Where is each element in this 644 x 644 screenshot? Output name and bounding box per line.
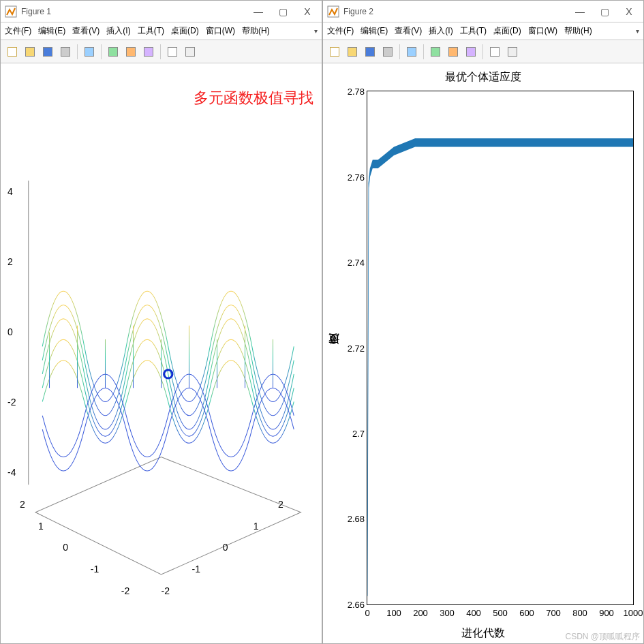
maximize-button[interactable]: ▢	[594, 5, 615, 18]
plot-frame: 2.66 2.68 2.7 2.72 2.74 2.76 2.78 0 100 …	[367, 91, 634, 605]
mesh-svg	[7, 84, 315, 623]
minimize-button[interactable]: —	[248, 5, 269, 18]
x-tick: 800	[572, 608, 587, 618]
x-tick: 2	[278, 499, 283, 510]
x-tick: 0	[223, 542, 228, 553]
y-tick: 2.78	[337, 87, 365, 97]
menu-tools[interactable]: 工具(T)	[460, 25, 487, 37]
zoomout-icon[interactable]	[123, 44, 138, 59]
y-tick: 2.7	[337, 429, 365, 439]
x-tick: 0	[365, 608, 369, 618]
menubar: 文件(F) 编辑(E) 查看(V) 插入(I) 工具(T) 桌面(D) 窗口(W…	[1, 22, 322, 40]
zoomin-icon[interactable]	[428, 44, 443, 59]
y-tick: 2	[20, 499, 25, 510]
menu-insert[interactable]: 插入(I)	[106, 25, 130, 37]
y-tick: -1	[91, 564, 99, 574]
close-button[interactable]: X	[619, 5, 639, 18]
chart-title: 最优个体适应度	[445, 70, 521, 85]
print-icon[interactable]	[58, 44, 73, 59]
toolbar-separator	[399, 44, 400, 59]
line-series	[367, 91, 633, 604]
minimize-button[interactable]: —	[570, 5, 590, 18]
menu-desktop[interactable]: 桌面(D)	[493, 25, 521, 37]
pointer-icon[interactable]	[487, 44, 502, 59]
surface-plot: 4 2 0 -2 -4	[7, 84, 315, 623]
save-icon[interactable]	[363, 44, 378, 59]
x-tick: 100	[386, 608, 401, 618]
rotate-icon[interactable]	[463, 44, 478, 59]
menu-tools[interactable]: 工具(T)	[138, 25, 164, 37]
toolbar-separator	[101, 44, 102, 59]
y-tick: 2.72	[337, 343, 365, 353]
x-tick: 900	[599, 608, 614, 618]
figure-window-1: Figure 1 — ▢ X 文件(F) 编辑(E) 查看(V) 插入(I) 工…	[0, 0, 322, 644]
open-icon[interactable]	[22, 44, 37, 59]
titlebar[interactable]: Figure 2 — ▢ X	[323, 1, 643, 22]
pointer-icon[interactable]	[165, 44, 180, 59]
new-figure-icon[interactable]	[5, 44, 20, 59]
toolbar-separator	[482, 44, 483, 59]
inspect-icon[interactable]	[183, 44, 198, 59]
menu-overflow-icon[interactable]: ▾	[314, 27, 318, 35]
window-title: Figure 1	[21, 7, 51, 16]
inspect-icon[interactable]	[505, 44, 520, 59]
menu-view[interactable]: 查看(V)	[395, 25, 422, 37]
matlab-figure-icon	[327, 5, 339, 18]
new-figure-icon[interactable]	[327, 44, 342, 59]
z-tick: 4	[7, 186, 13, 197]
save-icon[interactable]	[40, 44, 55, 59]
y-tick: -2	[121, 585, 129, 596]
menu-edit[interactable]: 编辑(E)	[361, 25, 388, 37]
x-tick: 300	[440, 608, 455, 618]
menu-edit[interactable]: 编辑(E)	[38, 25, 65, 37]
menu-file[interactable]: 文件(F)	[327, 25, 354, 37]
axes-2d[interactable]: 最优个体适应度 进化代数 适应度 2.66 2.68 2.7 2.72 2.74…	[323, 63, 643, 643]
menu-window[interactable]: 窗口(W)	[528, 25, 557, 37]
z-tick: -2	[7, 397, 16, 408]
menu-view[interactable]: 查看(V)	[72, 25, 99, 37]
rotate-icon[interactable]	[141, 44, 156, 59]
zoomout-icon[interactable]	[446, 44, 461, 59]
menubar: 文件(F) 编辑(E) 查看(V) 插入(I) 工具(T) 桌面(D) 窗口(W…	[323, 22, 643, 40]
x-tick: 1	[254, 521, 259, 532]
x-label: 进化代数	[461, 626, 505, 641]
titlebar[interactable]: Figure 1 — ▢ X	[1, 1, 322, 22]
x-tick: 400	[466, 608, 481, 618]
zoomin-icon[interactable]	[106, 44, 121, 59]
print-icon[interactable]	[380, 44, 395, 59]
x-tick: -1	[192, 564, 200, 574]
datacursor-icon[interactable]	[82, 44, 97, 59]
menu-overflow-icon[interactable]: ▾	[636, 27, 639, 35]
toolbar-separator	[423, 44, 424, 59]
window-title: Figure 2	[343, 7, 373, 16]
toolbar	[323, 40, 643, 63]
x-tick: -2	[162, 585, 170, 596]
y-tick: 0	[63, 542, 68, 553]
menu-help[interactable]: 帮助(H)	[242, 25, 270, 37]
z-tick: 0	[7, 326, 13, 337]
axes-3d[interactable]: 多元函数极值寻找 4 2 0 -2 -4	[1, 63, 322, 643]
menu-help[interactable]: 帮助(H)	[564, 25, 592, 37]
toolbar-separator	[160, 44, 161, 59]
menu-insert[interactable]: 插入(I)	[429, 25, 453, 37]
x-tick: 700	[546, 608, 561, 618]
open-icon[interactable]	[345, 44, 360, 59]
menu-file[interactable]: 文件(F)	[5, 25, 31, 37]
z-tick: 2	[7, 256, 13, 267]
z-tick: -4	[7, 467, 16, 478]
x-tick: 500	[493, 608, 508, 618]
maximize-button[interactable]: ▢	[273, 5, 293, 18]
y-tick: 2.66	[337, 600, 365, 610]
datacursor-icon[interactable]	[404, 44, 419, 59]
y-tick: 2.74	[337, 257, 365, 267]
figure-window-2: Figure 2 — ▢ X 文件(F) 编辑(E) 查看(V) 插入(I) 工…	[322, 0, 644, 644]
x-tick: 200	[413, 608, 428, 618]
close-button[interactable]: X	[297, 5, 318, 18]
menu-desktop[interactable]: 桌面(D)	[171, 25, 199, 37]
y-tick: 2.76	[337, 172, 365, 182]
toolbar-separator	[77, 44, 78, 59]
x-tick: 1000	[624, 608, 643, 618]
toolbar	[1, 40, 322, 63]
menu-window[interactable]: 窗口(W)	[206, 25, 235, 37]
y-tick: 2.68	[337, 514, 365, 524]
